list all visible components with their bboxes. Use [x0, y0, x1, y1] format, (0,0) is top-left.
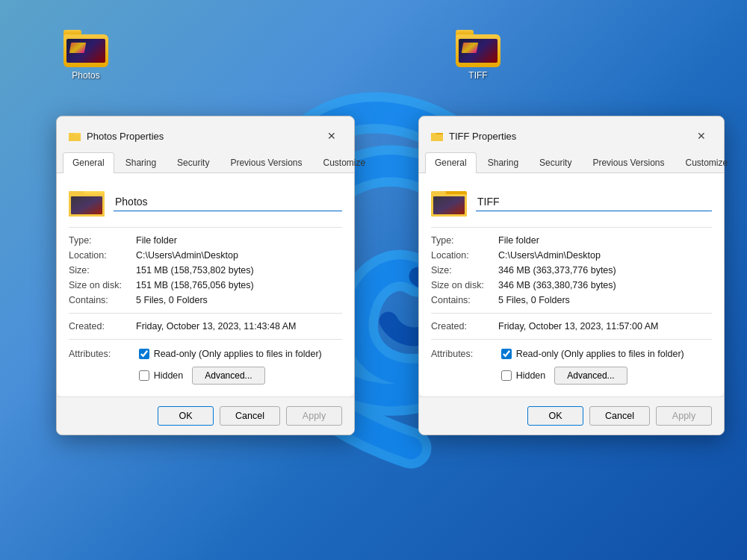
tiff-dialog-close-button[interactable]: ✕ [691, 125, 712, 146]
folder-icon-photos [63, 30, 108, 67]
tiff-size-row: Size: 346 MB (363,373,776 bytes) [431, 265, 712, 276]
photos-location-row: Location: C:\Users\Admin\Desktop [69, 250, 342, 261]
photos-location-label: Location: [69, 250, 136, 261]
photos-contains-value: 5 Files, 0 Folders [136, 295, 208, 305]
svg-rect-3 [69, 133, 74, 135]
tiff-size-value: 346 MB (363,373,776 bytes) [498, 265, 616, 276]
photos-folder-header [69, 185, 342, 218]
photos-cancel-button[interactable]: Cancel [220, 406, 280, 426]
tiff-folder-header [431, 185, 712, 218]
photos-type-label: Type: [69, 235, 136, 246]
tiff-hidden-advanced-row: Hidden Advanced... [501, 367, 684, 385]
tiff-ok-button[interactable]: OK [527, 406, 583, 426]
tiff-type-row: Type: File folder [431, 235, 712, 246]
tiff-location-row: Location: C:\Users\Admin\Desktop [431, 250, 712, 261]
tiff-divider-2 [431, 313, 712, 314]
tiff-created-row: Created: Friday, October 13, 2023, 11:57… [431, 321, 712, 332]
photos-location-value: C:\Users\Admin\Desktop [136, 250, 238, 261]
tiff-name-input[interactable] [476, 193, 712, 211]
svg-rect-11 [431, 133, 436, 135]
photos-tab-general[interactable]: General [63, 152, 114, 173]
tiff-dialog-footer: OK Cancel Apply [419, 396, 724, 435]
photos-tab-previous-versions[interactable]: Previous Versions [220, 152, 311, 172]
tiff-size-on-disk-label: Size on disk: [431, 280, 498, 290]
photos-readonly-label: Read-only (Only applies to files in fold… [154, 349, 322, 359]
tiff-contains-label: Contains: [431, 295, 498, 305]
tiff-created-label: Created: [431, 321, 498, 332]
tiff-readonly-row: Read-only (Only applies to files in fold… [501, 349, 684, 359]
photos-hidden-checkbox[interactable] [139, 370, 149, 381]
photos-size-on-disk-value: 151 MB (158,765,056 bytes) [136, 280, 254, 290]
photos-ok-button[interactable]: OK [158, 406, 214, 426]
svg-rect-14 [431, 191, 446, 196]
photos-tab-customize[interactable]: Customize [313, 152, 375, 172]
photos-advanced-button[interactable]: Advanced... [192, 367, 264, 385]
photos-attributes-controls: Read-only (Only applies to files in fold… [139, 349, 322, 385]
photos-type-value: File folder [136, 235, 177, 246]
tiff-hidden-checkbox[interactable] [501, 370, 512, 381]
tiff-tab-previous-versions[interactable]: Previous Versions [583, 152, 674, 172]
svg-rect-8 [71, 196, 102, 214]
photos-type-row: Type: File folder [69, 235, 342, 246]
photos-dialog-close-button[interactable]: ✕ [321, 125, 342, 146]
tiff-type-value: File folder [498, 235, 539, 246]
tiff-divider-3 [431, 339, 712, 340]
photos-header-folder-icon [69, 185, 105, 218]
tiff-tab-customize[interactable]: Customize [675, 152, 737, 172]
tiff-tab-general[interactable]: General [425, 152, 477, 173]
photos-dialog-tabs: General Sharing Security Previous Versio… [57, 152, 354, 173]
tiff-readonly-checkbox[interactable] [501, 349, 512, 359]
photos-size-label: Size: [69, 265, 136, 276]
tiff-location-label: Location: [431, 250, 498, 261]
tiff-size-on-disk-row: Size on disk: 346 MB (363,380,736 bytes) [431, 280, 712, 290]
tiff-header-folder-icon [431, 185, 467, 218]
photos-created-label: Created: [69, 321, 136, 332]
desktop-icon-photos[interactable]: Photos [56, 30, 116, 81]
photos-attributes-section: Attributes: Read-only (Only applies to f… [69, 349, 342, 385]
tiff-attributes-label: Attributes: [431, 349, 498, 359]
photos-apply-button[interactable]: Apply [286, 406, 342, 426]
photos-readonly-checkbox[interactable] [139, 349, 149, 359]
photos-size-row: Size: 151 MB (158,753,802 bytes) [69, 265, 342, 276]
photos-tab-sharing[interactable]: Sharing [116, 152, 166, 172]
tiff-attributes-section: Attributes: Read-only (Only applies to f… [431, 349, 712, 385]
photos-properties-dialog: Photos Properties ✕ General Sharing Secu… [56, 116, 355, 435]
photos-title-folder-icon [69, 130, 81, 142]
tiff-created-value: Friday, October 13, 2023, 11:57:00 AM [498, 321, 658, 332]
photos-hidden-advanced-row: Hidden Advanced... [139, 367, 322, 385]
desktop-icon-photos-label: Photos [72, 70, 99, 81]
tiff-attributes-controls: Read-only (Only applies to files in fold… [501, 349, 684, 385]
photos-divider-2 [69, 313, 342, 314]
tiff-hidden-label: Hidden [516, 370, 546, 381]
tiff-cancel-button[interactable]: Cancel [589, 406, 650, 426]
svg-rect-2 [69, 134, 81, 141]
tiff-type-label: Type: [431, 235, 498, 246]
desktop-icon-tiff-label: TIFF [468, 70, 487, 81]
tiff-dialog-title: TIFF Properties [449, 131, 685, 142]
svg-rect-10 [431, 134, 443, 141]
photos-dialog-footer: OK Cancel Apply [57, 396, 354, 435]
photos-tab-security[interactable]: Security [167, 152, 219, 172]
tiff-properties-dialog: TIFF Properties ✕ General Sharing Securi… [418, 116, 725, 435]
photos-contains-label: Contains: [69, 295, 136, 305]
photos-size-on-disk-label: Size on disk: [69, 280, 136, 290]
photos-contains-row: Contains: 5 Files, 0 Folders [69, 295, 342, 305]
desktop-icon-tiff[interactable]: TIFF [448, 30, 508, 81]
tiff-divider-1 [431, 227, 712, 228]
tiff-size-on-disk-value: 346 MB (363,380,736 bytes) [498, 280, 616, 290]
tiff-title-folder-icon [431, 130, 443, 142]
folder-icon-tiff [456, 30, 500, 67]
photos-size-value: 151 MB (158,753,802 bytes) [136, 265, 254, 276]
tiff-contains-row: Contains: 5 Files, 0 Folders [431, 295, 712, 305]
photos-created-value: Friday, October 13, 2023, 11:43:48 AM [136, 321, 296, 332]
tiff-dialog-tabs: General Sharing Security Previous Versio… [419, 152, 724, 173]
tiff-dialog-titlebar: TIFF Properties ✕ [419, 116, 724, 152]
photos-dialog-content: Type: File folder Location: C:\Users\Adm… [57, 173, 354, 396]
tiff-tab-sharing[interactable]: Sharing [478, 152, 528, 172]
photos-name-input[interactable] [114, 193, 342, 211]
tiff-apply-button[interactable]: Apply [656, 406, 712, 426]
tiff-contains-value: 5 Files, 0 Folders [498, 295, 570, 305]
tiff-advanced-button[interactable]: Advanced... [554, 367, 627, 385]
tiff-hidden-row: Hidden [501, 370, 546, 381]
tiff-tab-security[interactable]: Security [530, 152, 581, 172]
